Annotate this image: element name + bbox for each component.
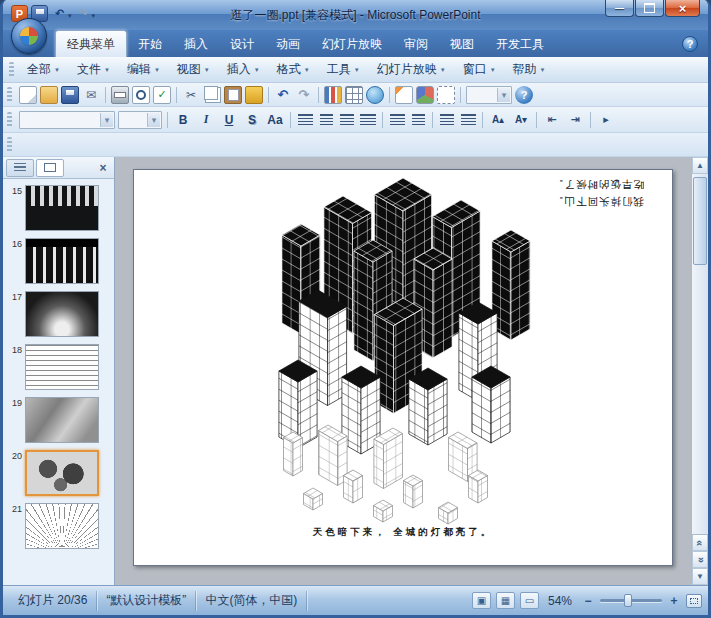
toolbar-grip[interactable] — [7, 87, 12, 103]
paragraph-spacing-button[interactable] — [409, 111, 427, 129]
toolbar-grip[interactable] — [7, 137, 12, 153]
menu-help[interactable]: 帮助 — [505, 58, 554, 81]
menu-tools[interactable]: 工具 — [319, 58, 368, 81]
numbering-button[interactable] — [438, 111, 456, 129]
undo-icon[interactable] — [274, 86, 292, 104]
ribbon-tab-home[interactable]: 开始 — [127, 31, 173, 57]
menu-insert[interactable]: 插入 — [219, 58, 268, 81]
ribbon-tab-developer[interactable]: 开发工具 — [485, 31, 555, 57]
font-size-combo[interactable] — [118, 111, 162, 129]
slide-thumbnail-19[interactable] — [25, 397, 99, 443]
ribbon-tab-design[interactable]: 设计 — [219, 31, 265, 57]
office-button[interactable] — [11, 18, 47, 54]
redo-icon[interactable] — [295, 86, 313, 104]
shrink-font-button[interactable]: A▾ — [511, 111, 531, 129]
toolbar-options-arrow[interactable]: ▸ — [596, 111, 616, 129]
menu-view[interactable]: 视图 — [169, 58, 218, 81]
current-slide[interactable]: 我们掉头回下山。 吃早饭的时候了。 天色暗下来， 全城的灯都亮了。 — [133, 169, 673, 566]
scroll-up-icon[interactable]: ▲ — [692, 157, 708, 174]
maximize-button[interactable] — [635, 0, 664, 17]
align-center-button[interactable] — [317, 111, 335, 129]
minimize-button[interactable] — [605, 0, 634, 17]
ribbon-tab-animation[interactable]: 动画 — [265, 31, 311, 57]
new-slide-icon[interactable] — [395, 86, 413, 104]
outline-tab[interactable] — [6, 159, 34, 177]
next-slide-button[interactable]: « — [692, 551, 708, 568]
bold-button[interactable]: B — [173, 111, 193, 129]
print-icon[interactable] — [111, 86, 129, 104]
close-panel-icon[interactable] — [95, 160, 111, 176]
align-right-button[interactable] — [338, 111, 356, 129]
slide-indicator: 幻灯片 20/36 — [9, 591, 97, 611]
font-name-combo[interactable] — [19, 111, 115, 129]
scrollbar-thumb[interactable] — [693, 177, 707, 265]
italic-button[interactable]: I — [196, 111, 216, 129]
help-icon[interactable] — [515, 86, 533, 104]
toolbar-grip[interactable] — [9, 62, 14, 78]
format-painter-icon[interactable] — [245, 86, 263, 104]
zoom-slider[interactable] — [600, 599, 662, 602]
slide-thumbnail-17[interactable] — [25, 291, 99, 337]
text-shadow-button[interactable]: S — [242, 111, 262, 129]
insert-hyperlink-icon[interactable] — [366, 86, 384, 104]
paste-icon[interactable] — [224, 86, 242, 104]
scrollbar-track[interactable] — [692, 174, 708, 534]
line-spacing-button[interactable] — [388, 111, 406, 129]
zoom-slider-thumb[interactable] — [624, 594, 632, 607]
slide-thumbnail-20[interactable] — [25, 450, 99, 496]
copy-icon[interactable] — [204, 86, 218, 100]
slide-thumbnail-16[interactable] — [25, 238, 99, 284]
spelling-icon[interactable] — [153, 86, 171, 104]
slide-thumbnail-row: 15 — [3, 185, 111, 231]
grow-font-button[interactable]: A▴ — [488, 111, 508, 129]
menu-format[interactable]: 格式 — [269, 58, 318, 81]
underline-button[interactable]: U — [219, 111, 239, 129]
menu-window[interactable]: 窗口 — [455, 58, 504, 81]
previous-slide-button[interactable]: « — [692, 534, 708, 551]
insert-table-icon[interactable] — [345, 86, 363, 104]
change-case-button[interactable]: Aa — [265, 111, 285, 129]
ribbon-tab-slideshow[interactable]: 幻灯片放映 — [311, 31, 393, 57]
zoom-in-button[interactable]: + — [667, 594, 681, 608]
slide-sorter-button[interactable]: ▦ — [496, 592, 515, 609]
slide-thumbnail-18[interactable] — [25, 344, 99, 390]
theme-name[interactable]: “默认设计模板” — [97, 591, 196, 611]
slideshow-button[interactable]: ▭ — [520, 592, 539, 609]
save-icon[interactable] — [61, 86, 79, 104]
show-grid-icon[interactable] — [437, 86, 455, 104]
slide-thumbnail-21[interactable] — [25, 503, 99, 549]
slide-thumbnail-15[interactable] — [25, 185, 99, 231]
menu-all[interactable]: 全部 — [19, 58, 68, 81]
zoom-out-button[interactable]: − — [581, 594, 595, 608]
menu-edit[interactable]: 编辑 — [119, 58, 168, 81]
open-icon[interactable] — [40, 86, 58, 104]
normal-view-button[interactable]: ▣ — [472, 592, 491, 609]
align-left-button[interactable] — [296, 111, 314, 129]
language-indicator[interactable]: 中文(简体，中国) — [196, 591, 307, 611]
increase-indent-button[interactable]: ⇥ — [565, 111, 585, 129]
ribbon-tab-review[interactable]: 审阅 — [393, 31, 439, 57]
cut-icon[interactable] — [182, 86, 200, 104]
scroll-down-icon[interactable]: ▼ — [692, 568, 708, 585]
print-preview-icon[interactable] — [132, 86, 150, 104]
new-icon[interactable] — [19, 86, 37, 104]
email-icon[interactable] — [82, 86, 100, 104]
menu-file[interactable]: 文件 — [69, 58, 118, 81]
insert-chart-icon[interactable] — [324, 86, 342, 104]
toolbar-separator — [432, 112, 433, 128]
zoom-combo[interactable] — [466, 86, 512, 104]
ribbon-tab-insert[interactable]: 插入 — [173, 31, 219, 57]
ribbon-tab-view[interactable]: 视图 — [439, 31, 485, 57]
zoom-level[interactable]: 54% — [544, 594, 576, 608]
help-icon[interactable]: ? — [682, 36, 698, 52]
toolbar-grip[interactable] — [7, 112, 12, 128]
close-button[interactable] — [665, 0, 700, 17]
ribbon-tab-classic-menu[interactable]: 经典菜单 — [55, 30, 127, 57]
decrease-indent-button[interactable]: ⇤ — [542, 111, 562, 129]
slide-design-icon[interactable] — [416, 86, 434, 104]
menu-slideshow[interactable]: 幻灯片放映 — [369, 58, 454, 81]
bullets-button[interactable] — [459, 111, 477, 129]
fit-to-window-button[interactable] — [686, 594, 702, 608]
justify-button[interactable] — [359, 111, 377, 129]
slides-tab[interactable] — [36, 159, 64, 177]
